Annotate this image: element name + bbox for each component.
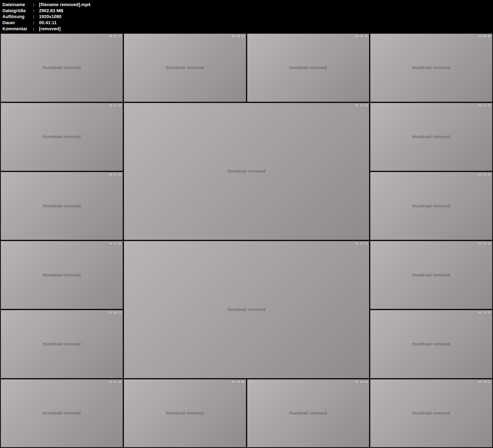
meta-label: Dateigröße [2,8,33,14]
video-thumbnail-placeholder: thumbnail removed00:06:30 [247,34,369,101]
timestamp-label: 00:26:00 [478,242,491,246]
video-thumbnail-placeholder: thumbnail removed00:13:00 [124,103,369,240]
meta-value: [filename removed].mp4 [39,2,90,8]
video-thumbnail-placeholder: thumbnail removed00:30:20 [370,310,492,378]
video-thumbnail-placeholder: thumbnail removed00:10:50 [1,103,123,171]
placeholder-label: thumbnail removed [227,307,266,312]
placeholder-label: thumbnail removed [412,342,450,347]
timestamp-label: 00:34:40 [232,380,245,384]
placeholder-label: thumbnail removed [43,273,81,277]
video-thumbnail-placeholder: thumbnail removed00:34:40 [124,379,246,447]
timestamp-label: 00:36:50 [355,380,368,384]
placeholder-label: thumbnail removed [166,65,204,70]
placeholder-label: thumbnail removed [289,411,327,415]
meta-colon: : [33,8,39,14]
thumbnail-grid: thumbnail removed00:02:10thumbnail remov… [0,33,493,448]
video-thumbnail-placeholder: thumbnail removed00:39:01 [370,379,492,447]
timestamp-label: 00:13:00 [355,104,368,107]
meta-row: Dateigröße:2902.83 MB [2,8,491,14]
placeholder-label: thumbnail removed [227,169,266,174]
placeholder-label: thumbnail removed [43,65,81,70]
video-thumbnail-placeholder: thumbnail removed00:08:40 [370,34,492,101]
timestamp-label: 00:06:30 [355,34,368,38]
video-thumbnail-placeholder: thumbnail removed00:23:50 [124,241,369,378]
video-thumbnail-placeholder: thumbnail removed00:26:00 [370,241,492,309]
video-thumbnail-placeholder: thumbnail removed00:19:30 [370,172,492,240]
timestamp-label: 00:02:10 [109,34,122,38]
video-thumbnail-placeholder: thumbnail removed00:17:20 [1,172,123,240]
timestamp-label: 00:39:01 [478,380,491,384]
timestamp-label: 00:21:40 [109,242,122,246]
timestamp-label: 00:30:20 [478,311,491,314]
meta-value: 00:41:11 [39,20,57,26]
meta-value: 1920x1080 [39,14,61,20]
placeholder-label: thumbnail removed [166,411,204,415]
placeholder-label: thumbnail removed [412,273,450,277]
meta-row: Kommentar:[removed] [2,26,491,32]
timestamp-label: 00:08:40 [478,34,491,38]
placeholder-label: thumbnail removed [43,204,81,208]
meta-value: 2902.83 MB [39,8,63,14]
timestamp-label: 00:32:30 [109,380,122,384]
placeholder-label: thumbnail removed [412,204,450,208]
video-thumbnail-placeholder: thumbnail removed00:15:10 [370,103,492,171]
placeholder-label: thumbnail removed [43,411,81,415]
timestamp-label: 00:10:50 [109,104,122,107]
meta-value: [removed] [39,26,61,32]
placeholder-label: thumbnail removed [412,411,450,415]
video-thumbnail-placeholder: thumbnail removed00:02:10 [1,34,123,101]
meta-label: Dateiname [2,2,33,8]
video-thumbnail-placeholder: thumbnail removed00:04:20 [124,34,246,101]
timestamp-label: 00:15:10 [478,104,491,107]
meta-colon: : [33,20,39,26]
meta-label: Dauer [2,20,33,26]
contact-sheet: Dateiname:[filename removed].mp4Dateigrö… [0,0,493,448]
meta-colon: : [33,26,39,32]
video-thumbnail-placeholder: thumbnail removed00:32:30 [1,379,123,447]
timestamp-label: 00:28:10 [109,311,122,314]
meta-colon: : [33,2,39,8]
timestamp-label: 00:23:50 [355,242,368,246]
meta-row: Auflösung:1920x1080 [2,14,491,20]
meta-row: Dauer:00:41:11 [2,20,491,26]
timestamp-label: 00:17:20 [109,173,122,177]
video-thumbnail-placeholder: thumbnail removed00:28:10 [1,310,123,378]
placeholder-label: thumbnail removed [43,134,81,139]
video-thumbnail-placeholder: thumbnail removed00:21:40 [1,241,123,309]
media-info-header: Dateiname:[filename removed].mp4Dateigrö… [0,0,493,33]
placeholder-label: thumbnail removed [289,65,327,70]
placeholder-label: thumbnail removed [412,134,450,139]
meta-label: Kommentar [2,26,33,32]
timestamp-label: 00:04:20 [232,34,245,38]
video-thumbnail-placeholder: thumbnail removed00:36:50 [247,379,369,447]
timestamp-label: 00:19:30 [478,173,491,177]
placeholder-label: thumbnail removed [412,65,450,70]
meta-label: Auflösung [2,14,33,20]
meta-colon: : [33,14,39,20]
placeholder-label: thumbnail removed [43,342,81,347]
meta-row: Dateiname:[filename removed].mp4 [2,2,491,8]
